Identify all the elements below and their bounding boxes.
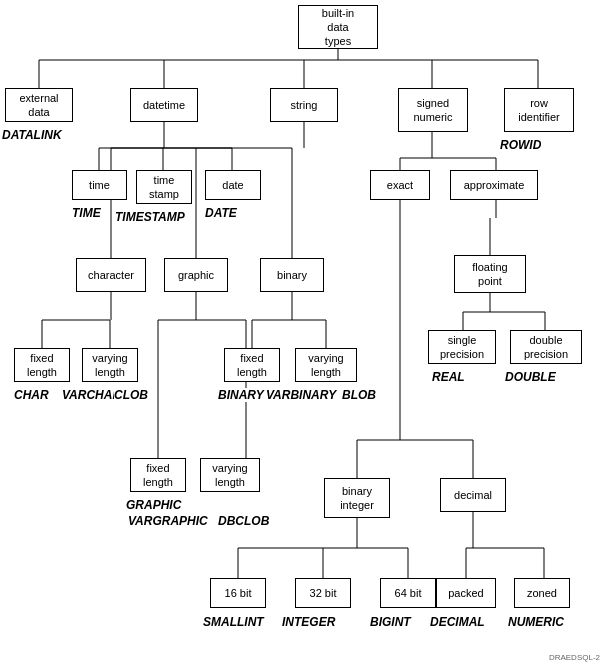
label-smallint: SMALLINT [203, 615, 264, 629]
node-fixed-graphic: fixedlength [130, 458, 186, 492]
label-date: DATE [205, 206, 237, 220]
node-builtin: built-indatatypes [298, 5, 378, 49]
node-signed-numeric: signednumeric [398, 88, 468, 132]
label-char: CHAR [14, 388, 49, 402]
watermark: DRAEDSQL-2 [549, 653, 600, 662]
node-time: time [72, 170, 127, 200]
label-binary: BINARY [218, 388, 264, 402]
node-external-data: externaldata [5, 88, 73, 122]
node-exact: exact [370, 170, 430, 200]
node-packed: packed [436, 578, 496, 608]
label-varchar: VARCHAR [62, 388, 121, 402]
label-numeric: NUMERIC [508, 615, 564, 629]
label-varbinary: VARBINARY [266, 388, 336, 402]
node-varying-graphic: varyinglength [200, 458, 260, 492]
node-character: character [76, 258, 146, 292]
node-zoned: zoned [514, 578, 570, 608]
label-real: REAL [432, 370, 465, 384]
label-datalink: DATALINK [2, 128, 62, 142]
label-clob: CLOB [114, 388, 148, 402]
node-graphic: graphic [164, 258, 228, 292]
label-bigint: BIGINT [370, 615, 411, 629]
node-approximate: approximate [450, 170, 538, 200]
node-binary: binary [260, 258, 324, 292]
diagram: built-indatatypes externaldata datetime … [0, 0, 604, 664]
node-decimal: decimal [440, 478, 506, 512]
label-timestamp: TIMESTAMP [115, 210, 185, 224]
node-string: string [270, 88, 338, 122]
label-rowid: ROWID [500, 138, 541, 152]
node-varying-binary: varyinglength [295, 348, 357, 382]
node-fixed-binary: fixedlength [224, 348, 280, 382]
node-binary-integer: binaryinteger [324, 478, 390, 518]
label-blob: BLOB [342, 388, 376, 402]
node-fixed-char: fixedlength [14, 348, 70, 382]
node-single-precision: singleprecision [428, 330, 496, 364]
label-time: TIME [72, 206, 101, 220]
node-double-precision: doubleprecision [510, 330, 582, 364]
node-varying-char: varyinglength [82, 348, 138, 382]
label-dbclob: DBCLOB [218, 514, 269, 528]
label-double: DOUBLE [505, 370, 556, 384]
label-graphic: GRAPHIC [126, 498, 181, 512]
node-timestamp: timestamp [136, 170, 192, 204]
label-integer: INTEGER [282, 615, 335, 629]
node-32bit: 32 bit [295, 578, 351, 608]
node-floating-point: floatingpoint [454, 255, 526, 293]
label-vargraphic: VARGRAPHIC [128, 514, 208, 528]
node-64bit: 64 bit [380, 578, 436, 608]
label-decimal: DECIMAL [430, 615, 485, 629]
node-datetime: datetime [130, 88, 198, 122]
node-date: date [205, 170, 261, 200]
node-row-identifier: rowidentifier [504, 88, 574, 132]
node-16bit: 16 bit [210, 578, 266, 608]
